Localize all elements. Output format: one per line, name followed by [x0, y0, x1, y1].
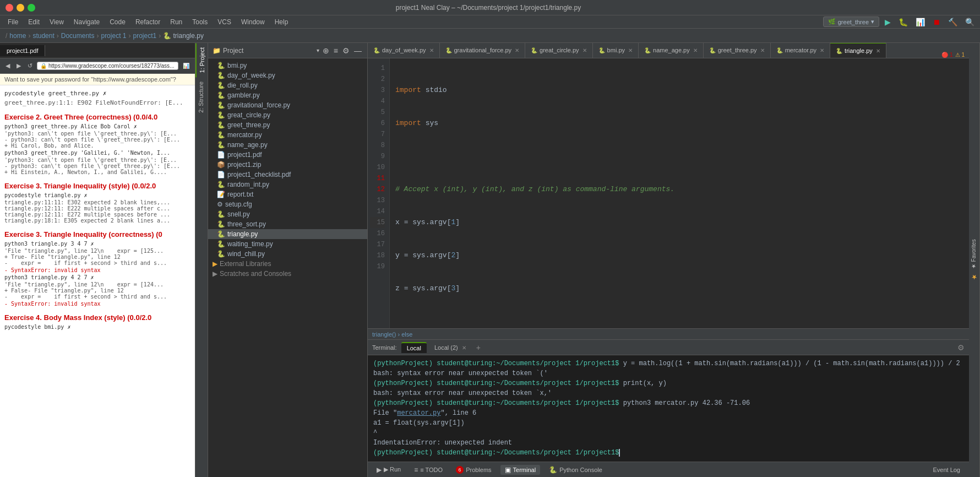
tab-close-name-age[interactable]: ✕	[693, 47, 698, 53]
menu-file[interactable]: File	[3, 17, 23, 27]
browser-forward-button[interactable]: ▶	[14, 61, 23, 71]
file-item-checklist-pdf[interactable]: 📄 project1_checklist.pdf	[208, 170, 367, 180]
breadcrumb-project1-sub[interactable]: project1	[133, 32, 156, 40]
file-item-report[interactable]: 📝 report.txt	[208, 189, 367, 199]
file-item-wind-chill[interactable]: 🐍 wind_chill.py	[208, 249, 367, 259]
breadcrumb-student[interactable]: student	[32, 32, 54, 40]
breadcrumb-home[interactable]: home	[9, 32, 26, 40]
breadcrumb-file: 🐍 triangle.py	[163, 32, 204, 40]
menu-window[interactable]: Window	[237, 17, 269, 27]
locate-button[interactable]: ⊕	[322, 46, 330, 55]
run-config-button[interactable]: 🌿 greet_three ▾	[823, 17, 879, 27]
maximize-button[interactable]	[28, 4, 35, 12]
py-tab-icon: 🐍	[709, 47, 716, 53]
collapse-button[interactable]: ≡	[333, 46, 339, 55]
file-item-day-of-week[interactable]: 🐍 day_of_week.py	[208, 71, 367, 80]
menu-run[interactable]: Run	[166, 17, 187, 27]
tab-close-mercator[interactable]: ✕	[820, 47, 824, 53]
menu-view[interactable]: View	[45, 17, 68, 27]
project-folder-icon: 📁	[213, 47, 221, 55]
file-item-project1-pdf[interactable]: 📄 project1.pdf	[208, 150, 367, 160]
term-line-8: ^	[373, 428, 963, 438]
browser-back-button[interactable]: ◀	[3, 61, 12, 71]
run-button[interactable]: ▶	[883, 17, 893, 28]
run-toolbar-button[interactable]: ▶ ▶ Run	[372, 465, 405, 475]
code-editor[interactable]: 12345 678910 11 12 1314 15 16171819 impo…	[368, 58, 969, 328]
line-6: y = sys.argv[2]	[395, 250, 963, 261]
menu-help[interactable]: Help	[270, 17, 293, 27]
debug-button[interactable]: 🐛	[896, 17, 910, 28]
build-button[interactable]: 🔨	[946, 17, 960, 28]
file-item-die-roll[interactable]: 🐍 die_roll.py	[208, 80, 367, 90]
term-tab-local[interactable]: Local	[401, 342, 427, 353]
file-item-triangle[interactable]: 🐍 triangle.py	[208, 229, 367, 239]
tab-day-of-week[interactable]: 🐍 day_of_week.py ✕	[368, 43, 440, 58]
browser-tab-pdf[interactable]: project1.pdf	[0, 45, 45, 56]
external-libs-header[interactable]: ▶ External Libraries	[208, 259, 367, 269]
browser-refresh-button[interactable]: ↺	[25, 61, 35, 71]
file-item-gravitational[interactable]: 🐍 gravitational_force.py	[208, 100, 367, 110]
breadcrumb-documents[interactable]: Documents	[61, 32, 95, 40]
search-button[interactable]: 🔍	[963, 17, 977, 28]
terminal-settings-icon[interactable]: ⚙	[957, 343, 965, 352]
file-item-name-age[interactable]: 🐍 name_age.py	[208, 140, 367, 150]
minimize-panel-button[interactable]: —	[353, 46, 363, 55]
close-button[interactable]	[6, 4, 13, 12]
todo-button[interactable]: ≡ ≡ TODO	[410, 465, 447, 475]
tab-gravitational[interactable]: 🐍 gravitational_force.py ✕	[440, 43, 526, 58]
menu-vcs[interactable]: VCS	[213, 17, 236, 27]
project-label[interactable]: 1: Project	[195, 43, 208, 77]
scratches-header[interactable]: ▶ Scratches and Consoles	[208, 269, 367, 279]
file-item-project1-zip[interactable]: 📦 project1.zip	[208, 160, 367, 170]
tab-triangle[interactable]: 🐍 triangle.py ✕	[830, 43, 886, 58]
tab-bmi[interactable]: 🐍 bmi.py ✕	[593, 43, 639, 58]
file-item-great-circle[interactable]: 🐍 great_circle.py	[208, 110, 367, 120]
breadcrumb-project1[interactable]: project 1	[101, 32, 126, 40]
mercator-link[interactable]: mercator.py	[397, 409, 440, 417]
stop-button[interactable]: ⏹	[930, 17, 943, 28]
menu-tools[interactable]: Tools	[188, 17, 212, 27]
problems-button[interactable]: 6 Problems	[451, 465, 496, 475]
line-8	[395, 316, 963, 327]
code-content[interactable]: import stdio import sys # Accept x (int)…	[390, 58, 969, 328]
term-add-button[interactable]: +	[476, 343, 481, 352]
minimize-button[interactable]	[17, 4, 24, 12]
python-console-button[interactable]: 🐍 Python Console	[545, 465, 607, 475]
structure-label[interactable]: 2: Structure	[195, 77, 208, 117]
tab-greet-three[interactable]: 🐍 greet_three.py ✕	[704, 43, 771, 58]
tab-close-greet-three[interactable]: ✕	[760, 47, 765, 53]
tab-close-great-circle[interactable]: ✕	[582, 47, 587, 53]
menu-refactor[interactable]: Refactor	[131, 17, 165, 27]
file-item-gambler[interactable]: 🐍 gambler.py	[208, 90, 367, 100]
py-tab-icon: 🐍	[836, 48, 842, 54]
file-item-snell[interactable]: 🐍 snell.py	[208, 209, 367, 219]
tab-close-gravitational[interactable]: ✕	[515, 47, 519, 53]
settings-button[interactable]: ⚙	[341, 46, 351, 55]
chevron-down-icon: ▾	[871, 18, 874, 25]
event-log-button[interactable]: Event Log	[928, 465, 965, 474]
file-item-waiting-time[interactable]: 🐍 waiting_time.py	[208, 239, 367, 249]
coverage-button[interactable]: 📊	[913, 17, 927, 28]
menu-edit[interactable]: Edit	[24, 17, 44, 27]
project-header: 📁 Project ▾ ⊕ ≡ ⚙ —	[208, 43, 367, 58]
menu-navigate[interactable]: Navigate	[69, 17, 104, 27]
tab-close-triangle[interactable]: ✕	[876, 48, 880, 54]
term-tab-local2[interactable]: Local (2) ✕	[429, 343, 472, 353]
file-item-random-int[interactable]: 🐍 random_int.py	[208, 180, 367, 189]
file-item-mercator[interactable]: 🐍 mercator.py	[208, 130, 367, 140]
file-item-three-sort[interactable]: 🐍 three_sort.py	[208, 219, 367, 229]
menu-code[interactable]: Code	[105, 17, 130, 27]
file-item-setup-cfg[interactable]: ⚙ setup.cfg	[208, 199, 367, 209]
favorites-label[interactable]: ★ ★ Favorites	[969, 236, 979, 284]
tab-name-age[interactable]: 🐍 name_age.py ✕	[639, 43, 704, 58]
exercise3-cmd1: python3 triangle.py 3 4 7 ✗	[4, 241, 190, 247]
tab-close-bmi[interactable]: ✕	[628, 47, 633, 53]
terminal-bottom-button[interactable]: ▣ Terminal	[500, 465, 541, 475]
term-tab-close[interactable]: ✕	[462, 345, 466, 351]
file-item-greet-three[interactable]: 🐍 greet_three.py	[208, 120, 367, 130]
tab-close-day-of-week[interactable]: ✕	[429, 47, 434, 53]
file-item-bmi[interactable]: 🐍 bmi.py	[208, 61, 367, 71]
tab-mercator[interactable]: 🐍 mercator.py ✕	[771, 43, 830, 58]
tab-great-circle[interactable]: 🐍 great_circle.py ✕	[525, 43, 593, 58]
browser-stats-button[interactable]: 📊	[181, 62, 192, 70]
